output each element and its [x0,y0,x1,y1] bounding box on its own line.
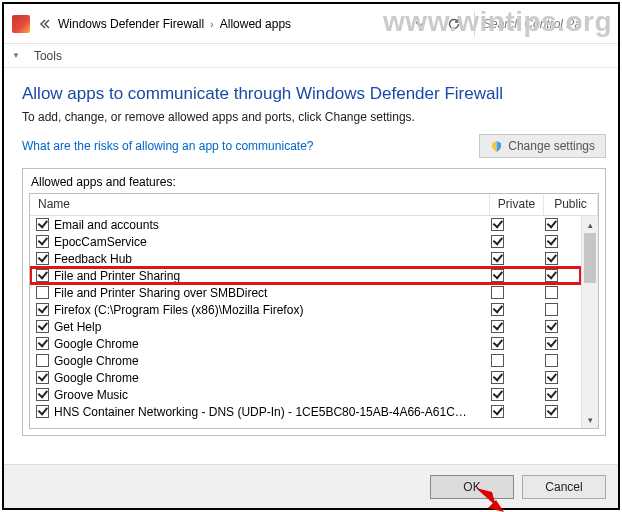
window: Windows Defender Firewall › Allowed apps… [4,4,618,508]
enabled-checkbox[interactable] [36,388,49,401]
private-checkbox[interactable] [491,286,504,299]
private-cell [473,388,527,401]
enabled-checkbox[interactable] [36,235,49,248]
list-item[interactable]: Google Chrome [30,352,581,369]
list-item[interactable]: File and Printer Sharing over SMBDirect [30,284,581,301]
private-checkbox[interactable] [491,235,504,248]
private-checkbox[interactable] [491,405,504,418]
enabled-checkbox[interactable] [36,354,49,367]
public-cell [527,218,581,231]
breadcrumb-back-icon[interactable] [38,18,50,30]
public-checkbox[interactable] [545,286,558,299]
app-name-label: HNS Container Networking - DNS (UDP-In) … [54,405,473,419]
private-cell [473,218,527,231]
menu-dropdown-icon[interactable]: ▼ [12,51,20,60]
private-cell [473,252,527,265]
public-checkbox[interactable] [545,388,558,401]
public-checkbox[interactable] [545,218,558,231]
private-cell [473,320,527,333]
private-cell [473,354,527,367]
menu-tools[interactable]: Tools [34,49,62,63]
list-item[interactable]: Google Chrome [30,335,581,352]
private-checkbox[interactable] [491,320,504,333]
change-settings-button[interactable]: Change settings [479,134,606,158]
private-checkbox[interactable] [491,218,504,231]
public-cell [527,286,581,299]
public-cell [527,303,581,316]
enabled-checkbox[interactable] [36,286,49,299]
public-cell [527,320,581,333]
list-item[interactable]: Google Chrome [30,369,581,386]
public-checkbox[interactable] [545,320,558,333]
private-cell [473,269,527,282]
private-checkbox[interactable] [491,354,504,367]
enabled-checkbox[interactable] [36,405,49,418]
refresh-button[interactable] [440,11,468,37]
vertical-scrollbar[interactable]: ▴ ▾ [581,216,598,428]
public-checkbox[interactable] [545,371,558,384]
public-checkbox[interactable] [545,337,558,350]
allowed-apps-list: Name Private Public Email and accountsEp… [29,193,599,429]
enabled-checkbox[interactable] [36,371,49,384]
enabled-checkbox[interactable] [36,269,49,282]
list-item[interactable]: HNS Container Networking - DNS (UDP-In) … [30,403,581,420]
titlebar: Windows Defender Firewall › Allowed apps… [4,4,618,44]
list-item[interactable]: Groove Music [30,386,581,403]
scroll-thumb[interactable] [584,233,596,283]
column-name[interactable]: Name [30,194,490,215]
private-checkbox[interactable] [491,371,504,384]
private-cell [473,235,527,248]
app-name-label: EpocCamService [54,235,473,249]
public-checkbox[interactable] [545,303,558,316]
enabled-checkbox[interactable] [36,320,49,333]
list-item[interactable]: Email and accounts [30,216,581,233]
list-rows: Email and accountsEpocCamServiceFeedback… [30,216,581,428]
private-checkbox[interactable] [491,303,504,316]
private-checkbox[interactable] [491,269,504,282]
app-name-label: Email and accounts [54,218,473,232]
private-checkbox[interactable] [491,337,504,350]
cancel-button[interactable]: Cancel [522,475,606,499]
allowed-apps-label: Allowed apps and features: [23,169,605,193]
public-checkbox[interactable] [545,354,558,367]
private-cell [473,286,527,299]
risks-link[interactable]: What are the risks of allowing an app to… [22,139,313,153]
app-name-label: Google Chrome [54,337,473,351]
private-cell [473,337,527,350]
column-private[interactable]: Private [490,194,544,215]
enabled-checkbox[interactable] [36,252,49,265]
public-checkbox[interactable] [545,269,558,282]
app-name-label: Firefox (C:\Program Files (x86)\Mozilla … [54,303,473,317]
app-name-label: File and Printer Sharing over SMBDirect [54,286,473,300]
enabled-checkbox[interactable] [36,337,49,350]
search-input[interactable]: Search Control Pa [474,11,614,37]
public-cell [527,405,581,418]
ok-button[interactable]: OK [430,475,514,499]
public-checkbox[interactable] [545,405,558,418]
scroll-up-icon[interactable]: ▴ [582,216,598,233]
list-item[interactable]: EpocCamService [30,233,581,250]
list-item[interactable]: Get Help [30,318,581,335]
breadcrumb-item-allowed-apps[interactable]: Allowed apps [220,17,291,31]
history-dropdown-button[interactable] [406,11,434,37]
public-checkbox[interactable] [545,252,558,265]
list-item[interactable]: Firefox (C:\Program Files (x86)\Mozilla … [30,301,581,318]
private-checkbox[interactable] [491,388,504,401]
scroll-down-icon[interactable]: ▾ [582,411,598,428]
list-item[interactable]: Feedback Hub [30,250,581,267]
scroll-track[interactable] [582,233,598,411]
app-icon [12,15,30,33]
enabled-checkbox[interactable] [36,218,49,231]
public-checkbox[interactable] [545,235,558,248]
breadcrumb-item-firewall[interactable]: Windows Defender Firewall [58,17,204,31]
menubar: ▼ Tools [4,44,618,68]
private-cell [473,371,527,384]
list-item[interactable]: File and Printer Sharing [30,267,581,284]
column-public[interactable]: Public [544,194,598,215]
private-checkbox[interactable] [491,252,504,265]
chevron-right-icon: › [210,18,214,30]
app-name-label: Google Chrome [54,354,473,368]
app-name-label: Feedback Hub [54,252,473,266]
enabled-checkbox[interactable] [36,303,49,316]
public-cell [527,235,581,248]
